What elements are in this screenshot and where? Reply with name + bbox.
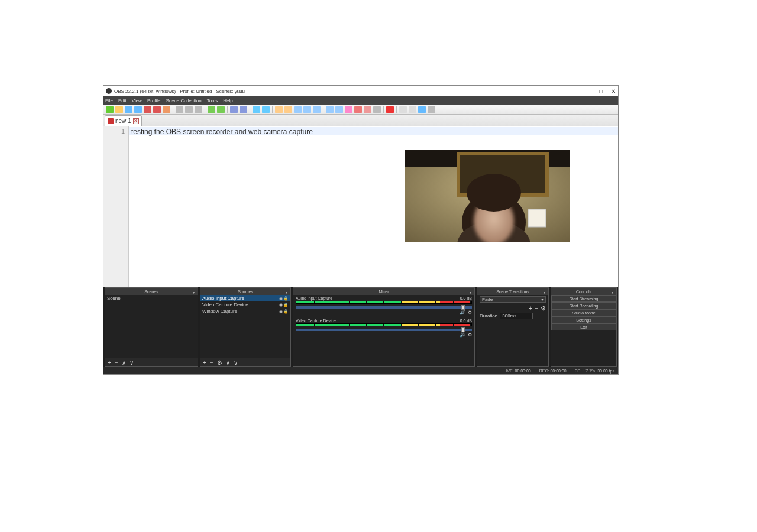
tool-e-icon[interactable] — [313, 106, 321, 113]
editor-tab[interactable]: new 1 ✕ — [105, 115, 142, 126]
close-button[interactable]: ✕ — [611, 88, 616, 95]
source-item[interactable]: Video Capture Device ◉🔒 — [200, 301, 290, 308]
close-icon[interactable] — [144, 106, 151, 113]
volume-slider[interactable] — [296, 306, 472, 309]
menu-view[interactable]: View — [132, 98, 142, 103]
tab-label: new 1 — [115, 118, 131, 124]
remove-transition-icon[interactable]: − — [535, 305, 538, 312]
transitions-body: Fade ▾ + − ⚙ Duration 300ms — [477, 295, 548, 366]
tab-close-icon[interactable]: ✕ — [133, 118, 139, 124]
chevron-down-icon[interactable]: ▾ — [193, 290, 196, 293]
chevron-down-icon[interactable]: ▾ — [612, 290, 614, 293]
tool-j-icon[interactable] — [364, 106, 371, 113]
sources-list[interactable]: Audio Input Capture ◉🔒 Video Capture Dev… — [200, 295, 290, 358]
new-icon[interactable] — [106, 106, 114, 113]
add-source-icon[interactable]: + — [203, 359, 206, 366]
zoomout-icon[interactable] — [262, 106, 270, 113]
add-scene-icon[interactable]: + — [108, 359, 111, 366]
lock-icon[interactable]: 🔒 — [283, 296, 289, 301]
source-item[interactable]: Window Capture ◉🔒 — [200, 308, 290, 314]
duration-label: Duration — [480, 313, 497, 319]
transition-settings-icon[interactable]: ⚙ — [541, 305, 546, 312]
closeall-icon[interactable] — [153, 106, 161, 113]
eye-icon[interactable]: ◉ — [279, 296, 283, 301]
titlebar: OBS 23.2.1 (64-bit, windows) - Profile: … — [103, 86, 618, 96]
remove-source-icon[interactable]: − — [210, 359, 213, 366]
channel-settings-icon[interactable]: ⚙ — [468, 310, 472, 315]
tool-l-icon[interactable] — [399, 106, 407, 113]
tool-b-icon[interactable] — [284, 106, 292, 113]
menu-file[interactable]: File — [105, 98, 113, 103]
settings-button[interactable]: Settings — [551, 316, 616, 323]
tool-d-icon[interactable] — [303, 106, 311, 113]
transition-select[interactable]: Fade ▾ — [480, 296, 546, 303]
tool-g-icon[interactable] — [335, 106, 343, 113]
mixer-title: Mixer ▾ — [293, 288, 474, 295]
source-settings-icon[interactable]: ⚙ — [217, 359, 222, 366]
start-recording-button[interactable]: Start Recording — [551, 302, 616, 309]
tool-o-icon[interactable] — [428, 106, 435, 113]
scene-down-icon[interactable]: ∨ — [130, 359, 134, 366]
record-icon[interactable] — [386, 106, 394, 113]
lock-icon[interactable]: 🔒 — [283, 309, 289, 314]
code-pane[interactable]: testing the OBS screen recorder and web … — [129, 126, 618, 287]
menu-edit[interactable]: Edit — [118, 98, 127, 103]
scene-item[interactable]: Scene — [105, 295, 198, 301]
studio-mode-button[interactable]: Studio Mode — [551, 309, 616, 316]
eye-icon[interactable]: ◉ — [279, 303, 283, 307]
menu-tools[interactable]: Tools — [207, 98, 218, 103]
tool-h-icon[interactable] — [345, 106, 352, 113]
tool-n-icon[interactable] — [418, 106, 426, 113]
undo-icon[interactable] — [208, 106, 215, 113]
source-down-icon[interactable]: ∨ — [234, 359, 238, 366]
speaker-icon[interactable]: 🔊 — [460, 310, 465, 315]
replace-icon[interactable] — [240, 106, 247, 113]
volume-slider[interactable] — [296, 329, 472, 331]
copy-icon[interactable] — [185, 106, 193, 113]
controls-dock: Controls ▾ Start Streaming Start Recordi… — [551, 287, 617, 367]
duration-input[interactable]: 300ms — [500, 313, 533, 319]
lock-icon[interactable]: 🔒 — [283, 303, 289, 307]
menu-help[interactable]: Help — [223, 98, 232, 103]
cut-icon[interactable] — [176, 106, 183, 113]
scenes-list[interactable]: Scene — [105, 295, 198, 358]
minimize-button[interactable]: — — [585, 88, 591, 95]
tool-a-icon[interactable] — [275, 106, 283, 113]
chevron-down-icon[interactable]: ▾ — [544, 290, 546, 293]
tool-i-icon[interactable] — [354, 106, 362, 113]
exit-button[interactable]: Exit — [551, 323, 616, 330]
tool-c-icon[interactable] — [294, 106, 302, 113]
chevron-down-icon[interactable]: ▾ — [470, 290, 473, 293]
editor-tabbar: new 1 ✕ — [103, 115, 618, 126]
scene-up-icon[interactable]: ∧ — [122, 359, 126, 366]
speaker-icon[interactable]: 🔊 — [460, 332, 465, 338]
maximize-button[interactable]: □ — [599, 88, 603, 95]
remove-scene-icon[interactable]: − — [115, 359, 118, 366]
eye-icon[interactable]: ◉ — [279, 309, 283, 314]
open-icon[interactable] — [115, 106, 123, 113]
docks: Scenes ▾ Scene + − ∧ ∨ Sources ▾ — [103, 287, 618, 367]
tool-f-icon[interactable] — [326, 106, 334, 113]
channel-settings-icon[interactable]: ⚙ — [468, 332, 472, 338]
source-item[interactable]: Audio Input Capture ◉🔒 — [200, 295, 290, 301]
controls-body: Start Streaming Start Recording Studio M… — [551, 295, 616, 366]
find-icon[interactable] — [230, 106, 238, 113]
source-up-icon[interactable]: ∧ — [226, 359, 230, 366]
saveall-icon[interactable] — [134, 106, 142, 113]
tool-m-icon[interactable] — [409, 106, 416, 113]
menu-scene-collection[interactable]: Scene Collection — [166, 98, 202, 103]
chevron-down-icon[interactable]: ▾ — [286, 290, 289, 293]
save-icon[interactable] — [125, 106, 132, 113]
zoomin-icon[interactable] — [253, 106, 260, 113]
redo-icon[interactable] — [217, 106, 225, 113]
start-streaming-button[interactable]: Start Streaming — [551, 295, 616, 302]
add-transition-icon[interactable]: + — [529, 305, 532, 312]
menu-profile[interactable]: Profile — [147, 98, 161, 103]
chevron-down-icon: ▾ — [541, 297, 544, 302]
slider-knob[interactable] — [461, 327, 465, 332]
slider-knob[interactable] — [461, 305, 465, 310]
tool-k-icon[interactable] — [373, 106, 381, 113]
print-icon[interactable] — [163, 106, 170, 113]
scenes-title: Scenes ▾ — [105, 288, 198, 295]
paste-icon[interactable] — [195, 106, 202, 113]
